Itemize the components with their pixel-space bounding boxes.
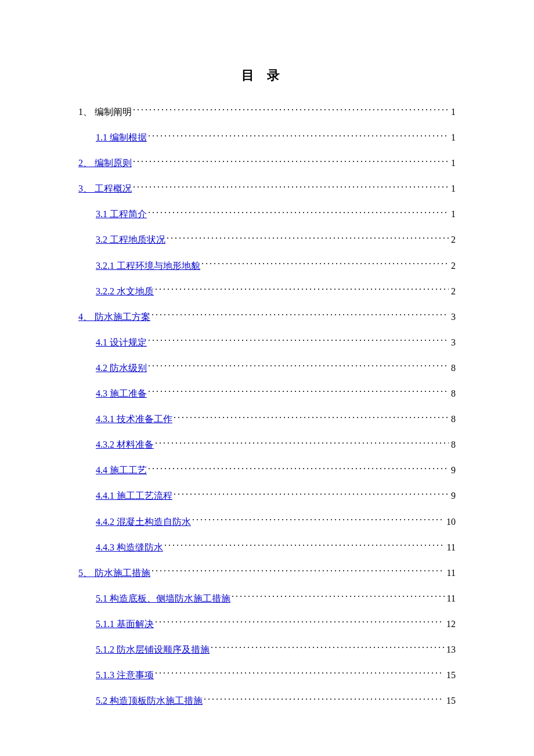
toc-entry-page: 2 [450, 258, 456, 273]
toc-entry: 5.1.3 注意事项 15 [78, 668, 456, 683]
toc-dot-leader [151, 311, 449, 320]
toc-entry: 5.1 构造底板、侧墙防水施工措施 11 [78, 591, 456, 606]
toc-dot-leader [155, 285, 449, 294]
toc-entry-page: 2 [450, 284, 456, 299]
toc-entry-page: 9 [450, 463, 456, 478]
toc-entry-label[interactable]: 4.4.2 混凝土构造自防水 [96, 514, 191, 530]
document-page: 目录 1、 编制阐明 11.1 编制根据 12、 编制原则 13、 工程概况 1… [0, 0, 534, 756]
toc-entry-label[interactable]: 4.1 设计规定 [96, 335, 147, 350]
toc-entry-page: 11 [446, 540, 456, 555]
toc-dot-leader [148, 336, 449, 345]
toc-dot-leader [155, 618, 444, 627]
toc-dot-leader [133, 182, 449, 192]
toc-entry-label[interactable]: 5.1.2 防水层铺设顺序及措施 [96, 642, 210, 657]
toc-entry: 5、 防水施工措施 11 [78, 566, 456, 581]
toc-entry-label[interactable]: 5.1.1 基面解决 [96, 617, 154, 632]
toc-entry-page: 11 [446, 591, 456, 606]
toc-entry-label[interactable]: 4.4 施工工艺 [96, 463, 147, 478]
toc-list: 1、 编制阐明 11.1 编制根据 12、 编制原则 13、 工程概况 13.1… [78, 105, 456, 708]
toc-dot-leader [148, 131, 449, 141]
toc-dot-leader [155, 669, 444, 678]
toc-entry-page: 1 [450, 181, 456, 196]
toc-entry-label[interactable]: 4.4.1 施工工艺流程 [96, 488, 172, 503]
toc-entry: 4.3 施工准备 8 [78, 386, 456, 401]
toc-dot-leader [151, 567, 445, 576]
toc-entry-page: 1 [450, 130, 456, 145]
toc-entry: 4.2 防水级别 8 [78, 361, 456, 376]
toc-entry-page: 10 [445, 514, 456, 530]
toc-entry: 1、 编制阐明 1 [78, 105, 456, 120]
toc-entry-page: 11 [446, 566, 456, 581]
toc-entry-page: 12 [445, 617, 456, 632]
toc-dot-leader [133, 157, 449, 166]
toc-dot-leader [167, 233, 449, 243]
toc-entry-label[interactable]: 5.2 构造顶板防水施工措施 [96, 693, 203, 708]
toc-dot-leader [211, 643, 444, 653]
toc-entry: 3.1 工程简介 1 [78, 207, 456, 222]
toc-entry-page: 8 [450, 412, 456, 427]
toc-dot-leader [148, 362, 449, 371]
toc-entry-label[interactable]: 3.2 工程地质状况 [96, 232, 165, 247]
toc-entry: 4.1 设计规定 3 [78, 335, 456, 350]
toc-entry-label[interactable]: 3.2.2 水文地质 [96, 284, 154, 299]
toc-entry: 3.2.2 水文地质 2 [78, 284, 456, 299]
toc-dot-leader [174, 413, 449, 422]
toc-entry: 5.2 构造顶板防水施工措施 15 [78, 693, 456, 708]
toc-entry-label[interactable]: 2、 编制原则 [78, 156, 132, 171]
toc-entry-label[interactable]: 5、 防水施工措施 [78, 566, 150, 581]
toc-entry: 2、 编制原则 1 [78, 156, 456, 171]
toc-entry-label[interactable]: 1.1 编制根据 [96, 130, 147, 145]
toc-entry: 5.1.1 基面解决 12 [78, 617, 456, 632]
toc-title: 目录 [78, 67, 456, 84]
toc-entry-page: 2 [450, 232, 456, 247]
toc-entry-label[interactable]: 4.2 防水级别 [96, 361, 147, 376]
toc-entry-label[interactable]: 3.2.1 工程环境与地形地貌 [96, 258, 200, 273]
toc-entry-label[interactable]: 4.3.2 材料准备 [96, 437, 154, 452]
toc-entry: 5.1.2 防水层铺设顺序及措施 13 [78, 642, 456, 657]
toc-dot-leader [148, 387, 449, 397]
toc-entry-page: 3 [450, 309, 456, 325]
toc-entry: 4、 防水施工方案 3 [78, 309, 456, 325]
toc-entry-page: 1 [450, 105, 456, 120]
toc-entry-label[interactable]: 4.3.1 技术准备工作 [96, 412, 172, 427]
toc-entry-label[interactable]: 4.3 施工准备 [96, 386, 147, 401]
toc-entry: 4.4.1 施工工艺流程 9 [78, 488, 456, 503]
toc-entry-page: 9 [450, 488, 456, 503]
toc-dot-leader [204, 694, 444, 704]
toc-entry-page: 15 [445, 693, 456, 708]
toc-entry-label: 1、 编制阐明 [78, 105, 132, 120]
toc-entry: 4.3.2 材料准备 8 [78, 437, 456, 452]
toc-entry-page: 1 [450, 207, 456, 222]
toc-entry-page: 8 [450, 437, 456, 452]
toc-entry-label[interactable]: 4.4.3 构造缝防水 [96, 540, 163, 555]
toc-entry-page: 1 [450, 156, 456, 171]
toc-dot-leader [232, 592, 445, 602]
toc-entry: 4.4.3 构造缝防水 11 [78, 540, 456, 555]
toc-entry-label[interactable]: 3、 工程概况 [78, 181, 132, 196]
toc-entry: 4.3.1 技术准备工作 8 [78, 412, 456, 427]
toc-entry: 3、 工程概况 1 [78, 181, 456, 196]
toc-entry-label[interactable]: 5.1 构造底板、侧墙防水施工措施 [96, 591, 230, 606]
toc-dot-leader [174, 489, 449, 499]
toc-entry-label[interactable]: 4、 防水施工方案 [78, 309, 150, 325]
toc-dot-leader [164, 541, 445, 550]
toc-dot-leader [192, 516, 444, 525]
toc-entry-label[interactable]: 5.1.3 注意事项 [96, 668, 154, 683]
toc-dot-leader [133, 106, 449, 115]
toc-dot-leader [148, 208, 449, 217]
toc-entry-page: 15 [445, 668, 456, 683]
toc-entry: 4.4.2 混凝土构造自防水 10 [78, 514, 456, 530]
toc-entry-page: 8 [450, 386, 456, 401]
toc-entry-page: 13 [445, 642, 456, 657]
toc-dot-leader [155, 438, 449, 448]
toc-entry: 3.2.1 工程环境与地形地貌 2 [78, 258, 456, 273]
toc-entry-label[interactable]: 3.1 工程简介 [96, 207, 147, 222]
toc-dot-leader [148, 464, 449, 473]
toc-entry-page: 3 [450, 335, 456, 350]
toc-entry: 4.4 施工工艺 9 [78, 463, 456, 478]
toc-entry-page: 8 [450, 361, 456, 376]
toc-entry: 1.1 编制根据 1 [78, 130, 456, 145]
toc-entry: 3.2 工程地质状况 2 [78, 232, 456, 247]
toc-dot-leader [201, 260, 449, 269]
